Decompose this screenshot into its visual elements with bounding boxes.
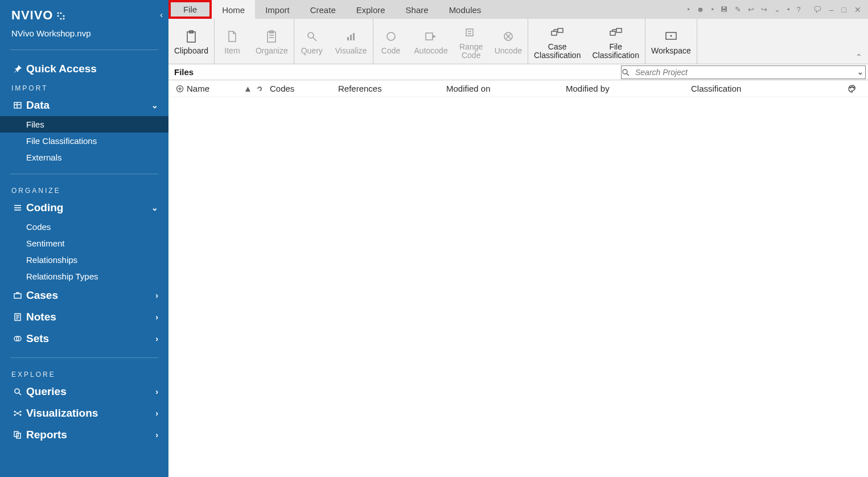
sidebar-item-visualizations[interactable]: Visualizations › (0, 402, 168, 424)
add-row-button[interactable] (173, 85, 187, 93)
qat-redo-icon[interactable]: ↪ (761, 5, 767, 14)
tab-import[interactable]: Import (255, 0, 300, 19)
ribbon-workspace-button[interactable]: Workspace (645, 19, 697, 64)
svg-point-38 (308, 32, 314, 38)
minimize-icon[interactable]: – (829, 5, 834, 14)
reports-icon (11, 430, 24, 439)
sidebar-subitem-externals[interactable]: Externals (0, 149, 168, 166)
svg-point-4 (60, 18, 62, 20)
sidebar-item-reports[interactable]: Reports › (0, 424, 168, 446)
svg-point-62 (623, 69, 627, 74)
svg-rect-42 (353, 33, 355, 40)
sidebar-subitem-sentiment[interactable]: Sentiment (0, 235, 168, 252)
sidebar-subitem-file-classifications[interactable]: File Classifications (0, 133, 168, 149)
sidebar-collapse-button[interactable]: ‹ (160, 10, 163, 19)
svg-line-20 (19, 393, 21, 395)
svg-point-2 (57, 15, 59, 17)
column-modified-on[interactable]: Modified on (446, 84, 566, 93)
sidebar-item-notes[interactable]: Notes › (0, 306, 168, 328)
ribbon-file-classification-label: File Classification (592, 43, 639, 60)
tab-modules[interactable]: Modules (439, 0, 492, 19)
sidebar-item-cases[interactable]: Cases › (0, 285, 168, 306)
svg-line-27 (18, 412, 20, 413)
ribbon-visualize-button[interactable]: Visualize (330, 19, 373, 64)
ribbon-code-button[interactable]: Code (373, 19, 409, 64)
case-classification-icon (550, 24, 565, 40)
clipboard-icon (185, 28, 198, 44)
svg-rect-41 (350, 35, 352, 40)
svg-rect-52 (552, 31, 557, 35)
chevron-right-icon: › (155, 430, 158, 439)
chevron-down-icon: ⌄ (151, 101, 158, 110)
svg-rect-6 (14, 102, 21, 108)
ribbon-case-classification-label: Case Classification (534, 43, 581, 60)
ribbon-autocode-button[interactable]: Autocode (409, 19, 454, 64)
tab-file[interactable]: File (168, 0, 212, 19)
code-icon (385, 28, 397, 44)
workspace-icon (664, 28, 678, 44)
tab-share[interactable]: Share (396, 0, 439, 19)
sidebar-subitem-relationships[interactable]: Relationships (0, 252, 168, 268)
ribbon-organize-button[interactable]: Organize (250, 19, 294, 64)
sidebar-subitem-relationship-types[interactable]: Relationship Types (0, 268, 168, 285)
svg-point-5 (63, 18, 65, 20)
column-codes[interactable]: Codes (270, 84, 338, 93)
sidebar-item-queries[interactable]: Queries › (0, 381, 168, 402)
tab-explore[interactable]: Explore (346, 0, 396, 19)
qat-save-icon[interactable]: 💾︎ (721, 5, 728, 14)
panel-title: Files (168, 65, 199, 79)
ribbon-case-classification-button[interactable]: Case Classification (528, 19, 586, 64)
tab-create[interactable]: Create (300, 0, 346, 19)
sidebar-subitem-codes[interactable]: Codes (0, 219, 168, 235)
maximize-icon[interactable]: □ (842, 5, 846, 14)
link-icon[interactable] (255, 85, 270, 92)
svg-rect-44 (426, 33, 433, 40)
ribbon-range-code-button[interactable]: Range Code (454, 19, 489, 64)
ribbon-collapse-button[interactable]: ⌃ (855, 52, 862, 61)
search-dropdown-icon[interactable]: ⌄ (855, 68, 865, 76)
qat-customize-icon[interactable]: ⌄ (774, 5, 780, 14)
feedback-icon[interactable]: 🗩︎ (813, 5, 821, 14)
qat-user-icon[interactable]: ☻ (697, 5, 705, 14)
svg-rect-46 (466, 29, 473, 36)
logo-dots-icon (56, 11, 65, 20)
ribbon-autocode-label: Autocode (414, 47, 448, 55)
app-logo: NVIVO (11, 8, 158, 23)
chevron-right-icon: › (155, 387, 158, 396)
tab-home[interactable]: Home (212, 0, 255, 19)
quick-access-button[interactable]: Quick Access (0, 58, 168, 80)
qat-dot-icon[interactable]: • (787, 5, 790, 14)
sidebar: NVIVO ‹ NVivo Workshop.nvp Quick Access … (0, 0, 168, 477)
ribbon-item-button[interactable]: Item (215, 19, 250, 64)
search-project-field[interactable]: ⌄ (621, 65, 866, 79)
files-grid-header: Name ▲ Codes References Modified on Modi… (168, 80, 868, 97)
sort-asc-icon[interactable]: ▲ (244, 84, 255, 93)
column-modified-by[interactable]: Modified by (566, 84, 691, 93)
ribbon-uncode-button[interactable]: Uncode (489, 19, 528, 64)
column-references[interactable]: References (338, 84, 446, 93)
document-icon (227, 28, 238, 44)
ribbon-clipboard-button[interactable]: Clipboard (168, 19, 214, 64)
column-name[interactable]: Name (187, 84, 244, 93)
svg-line-39 (313, 38, 316, 41)
svg-point-68 (851, 86, 853, 87)
search-project-input[interactable] (635, 68, 855, 77)
palette-icon[interactable] (848, 84, 863, 93)
qat-undo-icon[interactable]: ↩ (748, 5, 754, 14)
qat-dot-icon[interactable]: • (687, 5, 690, 14)
sidebar-item-sets[interactable]: Sets › (0, 328, 168, 349)
ribbon-query-button[interactable]: Query (294, 19, 330, 64)
close-icon[interactable]: ✕ (854, 5, 861, 14)
visualizations-icon (11, 409, 24, 418)
qat-dot-icon[interactable]: • (711, 5, 714, 14)
sidebar-subitem-files[interactable]: Files (0, 116, 168, 133)
sidebar-item-coding[interactable]: Coding ⌄ (0, 197, 168, 219)
sidebar-item-data[interactable]: Data ⌄ (0, 94, 168, 116)
ribbon-workspace-label: Workspace (651, 47, 691, 55)
column-classification[interactable]: Classification (691, 84, 848, 93)
ribbon-file-classification-button[interactable]: File Classification (586, 19, 644, 64)
qat-help-icon[interactable]: ? (797, 5, 801, 14)
qat-edit-icon[interactable]: ✎ (735, 5, 741, 14)
svg-line-63 (627, 73, 629, 76)
ribbon: Clipboard Item Organize (168, 19, 868, 64)
